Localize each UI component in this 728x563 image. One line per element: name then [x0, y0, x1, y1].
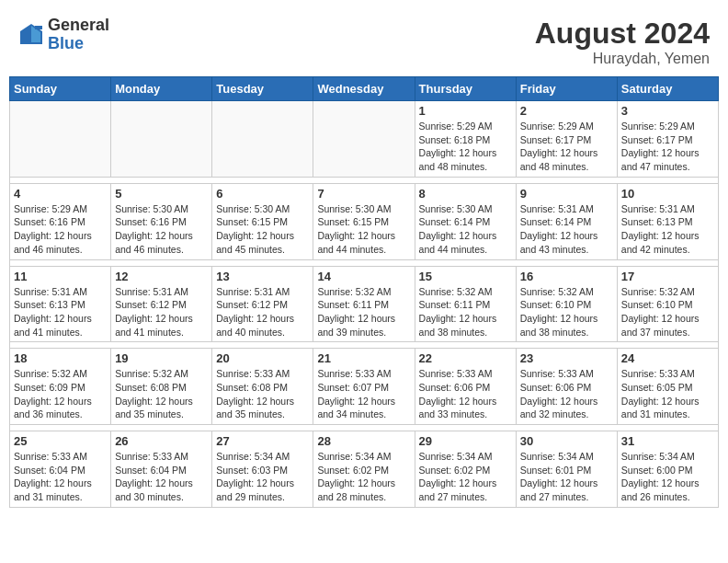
calendar-day-cell: 27Sunrise: 5:34 AM Sunset: 6:03 PM Dayli…	[212, 431, 313, 508]
day-of-week-header: Thursday	[415, 77, 516, 101]
logo: General Blue	[18, 17, 109, 53]
day-info: Sunrise: 5:31 AM Sunset: 6:13 PM Dayligh…	[621, 202, 714, 257]
calendar-day-cell: 12Sunrise: 5:31 AM Sunset: 6:12 PM Dayli…	[111, 266, 212, 342]
day-of-week-header: Monday	[111, 77, 212, 101]
day-number: 8	[419, 187, 512, 201]
day-number: 30	[520, 434, 613, 448]
calendar-day-cell: 10Sunrise: 5:31 AM Sunset: 6:13 PM Dayli…	[617, 183, 718, 259]
calendar-day-cell: 6Sunrise: 5:30 AM Sunset: 6:15 PM Daylig…	[212, 183, 313, 259]
day-info: Sunrise: 5:32 AM Sunset: 6:09 PM Dayligh…	[14, 367, 107, 421]
calendar-day-cell: 16Sunrise: 5:32 AM Sunset: 6:10 PM Dayli…	[516, 266, 617, 342]
page-header: General Blue August 2024 Huraydah, Yemen	[9, 9, 719, 71]
day-info: Sunrise: 5:33 AM Sunset: 6:04 PM Dayligh…	[14, 450, 107, 504]
week-spacer-row	[10, 425, 719, 431]
calendar-day-cell: 9Sunrise: 5:31 AM Sunset: 6:14 PM Daylig…	[516, 183, 617, 259]
week-spacer-cell	[10, 425, 719, 431]
day-info: Sunrise: 5:34 AM Sunset: 6:02 PM Dayligh…	[419, 450, 512, 504]
day-info: Sunrise: 5:29 AM Sunset: 6:17 PM Dayligh…	[520, 120, 613, 174]
calendar-day-cell: 30Sunrise: 5:34 AM Sunset: 6:01 PM Dayli…	[516, 431, 617, 508]
day-info: Sunrise: 5:31 AM Sunset: 6:12 PM Dayligh…	[115, 285, 208, 339]
day-info: Sunrise: 5:32 AM Sunset: 6:10 PM Dayligh…	[520, 285, 613, 339]
calendar-day-cell: 15Sunrise: 5:32 AM Sunset: 6:11 PM Dayli…	[415, 266, 516, 342]
logo-blue-text: Blue	[48, 35, 109, 53]
day-number: 5	[115, 187, 208, 201]
svg-marker-2	[35, 26, 42, 29]
calendar-day-cell: 7Sunrise: 5:30 AM Sunset: 6:15 PM Daylig…	[313, 183, 415, 259]
day-info: Sunrise: 5:29 AM Sunset: 6:18 PM Dayligh…	[419, 120, 512, 174]
calendar-day-cell: 14Sunrise: 5:32 AM Sunset: 6:11 PM Dayli…	[313, 266, 415, 342]
day-info: Sunrise: 5:34 AM Sunset: 6:03 PM Dayligh…	[216, 450, 309, 504]
logo-icon	[18, 22, 44, 48]
day-info: Sunrise: 5:33 AM Sunset: 6:06 PM Dayligh…	[419, 367, 512, 421]
week-spacer-row	[10, 259, 719, 266]
day-of-week-header: Tuesday	[212, 77, 313, 101]
day-number: 19	[115, 351, 208, 365]
day-info: Sunrise: 5:33 AM Sunset: 6:06 PM Dayligh…	[520, 367, 613, 421]
calendar-day-cell	[10, 101, 111, 178]
calendar-day-cell: 31Sunrise: 5:34 AM Sunset: 6:00 PM Dayli…	[617, 431, 718, 508]
day-info: Sunrise: 5:34 AM Sunset: 6:00 PM Dayligh…	[621, 450, 714, 504]
calendar-week-row: 18Sunrise: 5:32 AM Sunset: 6:09 PM Dayli…	[10, 349, 719, 425]
day-number: 16	[520, 270, 613, 283]
week-spacer-cell	[10, 259, 719, 266]
calendar-day-cell: 3Sunrise: 5:29 AM Sunset: 6:17 PM Daylig…	[617, 101, 718, 178]
day-number: 29	[419, 434, 512, 448]
day-number: 6	[216, 187, 309, 201]
calendar-day-cell: 18Sunrise: 5:32 AM Sunset: 6:09 PM Dayli…	[10, 349, 111, 425]
day-number: 7	[317, 187, 410, 201]
day-number: 13	[216, 270, 309, 283]
calendar-day-cell: 17Sunrise: 5:32 AM Sunset: 6:10 PM Dayli…	[617, 266, 718, 342]
calendar-day-cell: 24Sunrise: 5:33 AM Sunset: 6:05 PM Dayli…	[617, 349, 718, 425]
calendar-day-cell: 19Sunrise: 5:32 AM Sunset: 6:08 PM Dayli…	[111, 349, 212, 425]
day-info: Sunrise: 5:33 AM Sunset: 6:08 PM Dayligh…	[216, 367, 309, 421]
calendar-week-row: 1Sunrise: 5:29 AM Sunset: 6:18 PM Daylig…	[10, 101, 719, 178]
logo-text: General Blue	[48, 17, 109, 53]
calendar-week-row: 25Sunrise: 5:33 AM Sunset: 6:04 PM Dayli…	[10, 431, 719, 508]
day-number: 12	[115, 270, 208, 283]
day-number: 21	[317, 351, 410, 365]
day-info: Sunrise: 5:34 AM Sunset: 6:01 PM Dayligh…	[520, 450, 613, 504]
calendar-day-cell: 26Sunrise: 5:33 AM Sunset: 6:04 PM Dayli…	[111, 431, 212, 508]
day-number: 11	[14, 270, 107, 283]
day-info: Sunrise: 5:30 AM Sunset: 6:15 PM Dayligh…	[317, 202, 410, 257]
month-year-title: August 2024	[535, 17, 710, 51]
day-number: 3	[621, 104, 714, 118]
calendar-day-cell: 1Sunrise: 5:29 AM Sunset: 6:18 PM Daylig…	[415, 101, 516, 178]
day-of-week-header: Wednesday	[313, 77, 415, 101]
calendar-day-cell: 13Sunrise: 5:31 AM Sunset: 6:12 PM Dayli…	[212, 266, 313, 342]
day-info: Sunrise: 5:32 AM Sunset: 6:10 PM Dayligh…	[621, 285, 714, 339]
calendar-day-cell: 28Sunrise: 5:34 AM Sunset: 6:02 PM Dayli…	[313, 431, 415, 508]
day-info: Sunrise: 5:33 AM Sunset: 6:05 PM Dayligh…	[621, 367, 714, 421]
calendar-week-row: 4Sunrise: 5:29 AM Sunset: 6:16 PM Daylig…	[10, 183, 719, 259]
calendar-day-cell: 20Sunrise: 5:33 AM Sunset: 6:08 PM Dayli…	[212, 349, 313, 425]
calendar-day-cell: 23Sunrise: 5:33 AM Sunset: 6:06 PM Dayli…	[516, 349, 617, 425]
day-number: 17	[621, 270, 714, 283]
calendar-day-cell: 22Sunrise: 5:33 AM Sunset: 6:06 PM Dayli…	[415, 349, 516, 425]
calendar-day-cell: 11Sunrise: 5:31 AM Sunset: 6:13 PM Dayli…	[10, 266, 111, 342]
day-number: 31	[621, 434, 714, 448]
calendar-day-cell	[212, 101, 313, 178]
day-of-week-header: Saturday	[617, 77, 718, 101]
week-spacer-cell	[10, 342, 719, 349]
calendar-day-cell: 25Sunrise: 5:33 AM Sunset: 6:04 PM Dayli…	[10, 431, 111, 508]
day-number: 15	[419, 270, 512, 283]
day-of-week-header: Friday	[516, 77, 617, 101]
day-info: Sunrise: 5:30 AM Sunset: 6:16 PM Dayligh…	[115, 202, 208, 257]
day-info: Sunrise: 5:30 AM Sunset: 6:14 PM Dayligh…	[419, 202, 512, 257]
calendar-day-cell: 2Sunrise: 5:29 AM Sunset: 6:17 PM Daylig…	[516, 101, 617, 178]
day-info: Sunrise: 5:32 AM Sunset: 6:11 PM Dayligh…	[419, 285, 512, 339]
day-number: 22	[419, 351, 512, 365]
day-number: 18	[14, 351, 107, 365]
day-info: Sunrise: 5:31 AM Sunset: 6:13 PM Dayligh…	[14, 285, 107, 339]
calendar-day-cell	[313, 101, 415, 178]
day-info: Sunrise: 5:33 AM Sunset: 6:07 PM Dayligh…	[317, 367, 410, 421]
day-number: 2	[520, 104, 613, 118]
day-number: 28	[317, 434, 410, 448]
week-spacer-row	[10, 342, 719, 349]
day-info: Sunrise: 5:31 AM Sunset: 6:12 PM Dayligh…	[216, 285, 309, 339]
calendar-header-row: SundayMondayTuesdayWednesdayThursdayFrid…	[10, 77, 719, 101]
day-info: Sunrise: 5:29 AM Sunset: 6:16 PM Dayligh…	[14, 202, 107, 257]
day-info: Sunrise: 5:34 AM Sunset: 6:02 PM Dayligh…	[317, 450, 410, 504]
day-number: 10	[621, 187, 714, 201]
title-block: August 2024 Huraydah, Yemen	[535, 17, 710, 67]
